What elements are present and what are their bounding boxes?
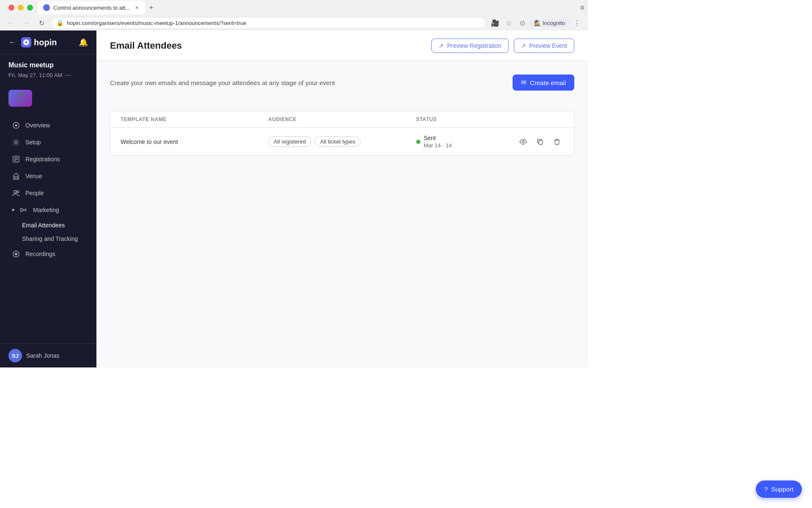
- user-name: Sarah Jonas: [26, 352, 60, 359]
- row-actions: [516, 135, 564, 149]
- sidebar-marketing-toggle[interactable]: ▾ Marketing: [3, 202, 93, 218]
- hopin-logo: hopin: [21, 37, 57, 47]
- address-bar-row: ← → ↻ 🔒 hopin.com/organisers/events/musi…: [0, 15, 588, 30]
- tab-close-button[interactable]: ✕: [133, 4, 140, 11]
- incognito-badge: 🕵 Incognito: [530, 19, 569, 27]
- audience-tags: All registered All ticket types: [268, 136, 416, 147]
- sidebar-header: ← hopin 🔔: [0, 30, 96, 55]
- event-avatar: 🎵: [8, 90, 32, 107]
- back-nav-button[interactable]: ←: [5, 17, 17, 29]
- preview-event-button[interactable]: ↗ Preview Event: [514, 39, 574, 53]
- browser-actions: 🎥 ☆ ⊙ 🕵 Incognito ⋮: [489, 17, 583, 29]
- event-date-text: Fri, May 27, 11:00 AM: [8, 72, 62, 78]
- status-info: Sent Mar 14 - 14: [416, 135, 452, 149]
- hopin-logo-icon: [21, 37, 31, 47]
- event-info: Music meetup Fri, May 27, 11:00 AM ···: [0, 55, 96, 86]
- sidebar-item-overview[interactable]: Overview: [3, 117, 93, 134]
- event-options-button[interactable]: ···: [65, 71, 71, 80]
- browser-menu-button[interactable]: ≡: [580, 3, 584, 12]
- lock-icon: 🔒: [56, 19, 63, 26]
- content-area: Create your own emails and message your …: [96, 61, 588, 367]
- minimize-button[interactable]: [18, 5, 24, 11]
- camera-off-icon[interactable]: 🎥: [489, 17, 501, 29]
- sidebar-marketing-label: Marketing: [33, 207, 59, 213]
- status-dot-sent: [416, 140, 420, 144]
- sidebar-item-sharing-tracking[interactable]: Sharing and Tracking: [3, 232, 93, 246]
- column-status: STATUS: [416, 116, 564, 122]
- create-email-label: Create email: [530, 79, 566, 86]
- sidebar-item-recordings[interactable]: Recordings: [3, 246, 93, 262]
- setup-icon: [12, 138, 20, 146]
- email-table: TEMPLATE NAME AUDIENCE STATUS Welcome to…: [110, 111, 574, 156]
- delete-button[interactable]: [550, 135, 564, 149]
- maximize-button[interactable]: [27, 5, 33, 11]
- bookmark-button[interactable]: ☆: [503, 17, 515, 29]
- address-bar[interactable]: 🔒 hopin.com/organisers/events/music-meet…: [51, 17, 486, 29]
- app-layout: ← hopin 🔔 Music meetup Fri, May 27, 11:0…: [0, 30, 588, 367]
- tab-title: Control announcements to att...: [53, 5, 130, 11]
- sidebar-item-venue[interactable]: Venue: [3, 168, 93, 185]
- sidebar-back-button[interactable]: ←: [8, 38, 16, 47]
- sidebar-item-setup-label: Setup: [25, 139, 41, 146]
- people-icon: [12, 189, 20, 197]
- sidebar-sharing-tracking-label: Sharing and Tracking: [22, 235, 78, 242]
- bell-icon[interactable]: 🔔: [79, 38, 88, 47]
- preview-registration-button[interactable]: ↗ Preview Registration: [431, 39, 508, 53]
- profile-button[interactable]: ⊙: [516, 17, 528, 29]
- preview-registration-label: Preview Registration: [447, 42, 501, 49]
- preview-event-label: Preview Event: [529, 42, 567, 49]
- sidebar-item-registrations[interactable]: Registrations: [3, 151, 93, 168]
- svg-rect-11: [539, 141, 543, 144]
- hopin-logo-text: hopin: [34, 38, 57, 47]
- topbar: Email Attendees ↗ Preview Registration ↗…: [96, 30, 588, 61]
- column-audience: AUDIENCE: [268, 116, 416, 122]
- envelope-icon: ✉: [521, 79, 527, 86]
- sidebar-item-setup[interactable]: Setup: [3, 134, 93, 151]
- column-template-name: TEMPLATE NAME: [121, 116, 268, 122]
- close-button[interactable]: [8, 5, 14, 11]
- status-text-block: Sent Mar 14 - 14: [424, 135, 452, 149]
- page-title: Email Attendees: [110, 40, 431, 51]
- status-text: Sent: [424, 135, 452, 141]
- reload-button[interactable]: ↻: [36, 17, 47, 29]
- main-content: Email Attendees ↗ Preview Registration ↗…: [96, 30, 588, 367]
- audience-tag-2: All ticket types: [315, 136, 361, 147]
- registrations-icon: [12, 155, 20, 163]
- status-date: Mar 14 - 14: [424, 142, 452, 149]
- sidebar-email-attendees-label: Email Attendees: [22, 222, 65, 229]
- view-button[interactable]: [516, 135, 530, 149]
- event-avatar-section: 🎵: [0, 86, 96, 113]
- create-email-button[interactable]: ✉ Create email: [513, 75, 574, 91]
- sidebar-recordings-label: Recordings: [25, 251, 55, 257]
- event-name: Music meetup: [8, 61, 88, 69]
- content-description: Create your own emails and message your …: [110, 79, 335, 86]
- forward-nav-button[interactable]: →: [20, 17, 32, 29]
- svg-point-6: [14, 190, 16, 193]
- audience-cell: All registered All ticket types: [268, 136, 416, 147]
- recordings-icon: [12, 250, 20, 258]
- table-header: TEMPLATE NAME AUDIENCE STATUS: [110, 111, 574, 128]
- browser-tab[interactable]: Control announcements to att... ✕: [38, 1, 145, 14]
- sidebar-item-people-label: People: [25, 190, 44, 196]
- incognito-label: Incognito: [543, 20, 565, 26]
- svg-point-2: [15, 124, 17, 127]
- status-actions: Sent Mar 14 - 14: [416, 135, 564, 149]
- status-cell: Sent Mar 14 - 14: [416, 135, 564, 149]
- event-date: Fri, May 27, 11:00 AM ···: [8, 71, 88, 80]
- window-controls: [3, 5, 38, 11]
- tab-favicon: [43, 4, 50, 11]
- sidebar-item-email-attendees[interactable]: Email Attendees: [3, 218, 93, 232]
- sidebar-footer: SJ Sarah Jonas: [0, 343, 96, 367]
- new-tab-button[interactable]: +: [145, 2, 157, 14]
- incognito-icon: 🕵: [534, 20, 541, 26]
- sidebar-item-people[interactable]: People: [3, 185, 93, 202]
- browser-overflow-button[interactable]: ⋮: [571, 17, 583, 29]
- chevron-down-icon: ▾: [12, 207, 14, 213]
- svg-point-3: [15, 141, 17, 144]
- svg-rect-5: [15, 177, 17, 179]
- template-name-cell: Welcome to our event: [121, 138, 268, 145]
- overview-icon: [12, 121, 20, 130]
- user-avatar: SJ: [8, 349, 22, 362]
- copy-button[interactable]: [533, 135, 547, 149]
- svg-point-7: [17, 191, 19, 193]
